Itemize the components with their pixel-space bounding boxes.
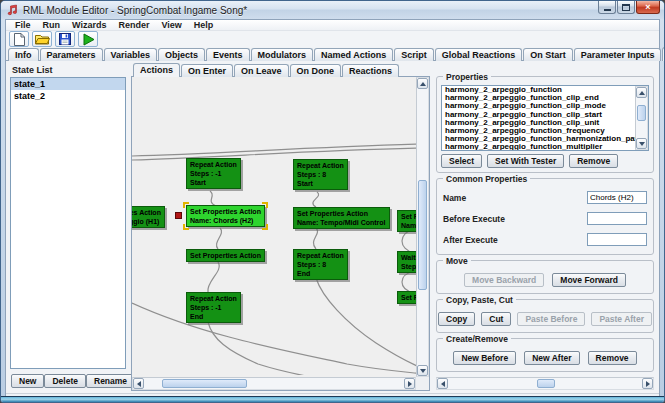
menu-bar: FileRunWizardsRenderViewHelp	[6, 20, 659, 31]
open-folder-icon	[35, 33, 50, 45]
name-label: Name	[443, 193, 466, 203]
repeat-action-block[interactable]: Repeat ActionSteps : 8Start	[293, 159, 348, 190]
clipboard-group: Copy, Paste, Cut CopyCutPaste BeforePast…	[436, 299, 654, 333]
vertical-scroll-thumb[interactable]	[418, 180, 427, 290]
paste-after-button[interactable]: Paste After	[591, 312, 652, 326]
name-field[interactable]	[587, 191, 647, 204]
before-execute-field[interactable]	[587, 212, 647, 225]
new-document-button[interactable]	[9, 31, 29, 47]
cut-button[interactable]: Cut	[481, 312, 511, 326]
set-properties-action-block[interactable]: Set Properties Action	[397, 291, 416, 304]
subtab-on-leave[interactable]: On Leave	[234, 64, 289, 77]
scrollbar-corner	[416, 377, 429, 390]
title-bar[interactable]: RML Module Editor - SpringCombat Ingame …	[1, 1, 664, 19]
close-button[interactable]: ×	[636, 1, 660, 14]
tab-script[interactable]: Script	[394, 48, 434, 61]
canvas-horizontal-scrollbar[interactable]	[132, 377, 416, 390]
state-item-state-2[interactable]: state_2	[11, 90, 125, 102]
set-properties-action-block[interactable]: Set Properties ActionName: Chords (H2)	[186, 205, 265, 227]
delete-button[interactable]: Delete	[44, 374, 86, 388]
scroll-right-button[interactable]	[404, 378, 415, 389]
paste-before-button[interactable]: Paste Before	[517, 312, 585, 326]
subtab-actions[interactable]: Actions	[133, 63, 180, 77]
scroll-up-button[interactable]	[636, 87, 647, 98]
properties-list-scrollbar[interactable]	[635, 86, 648, 150]
subtab-reactions[interactable]: Reactions	[342, 64, 399, 77]
app-window: RML Module Editor - SpringCombat Ingame …	[0, 0, 665, 403]
after-execute-field[interactable]	[587, 233, 647, 246]
tab-variables[interactable]: Variables	[104, 48, 158, 61]
repeat-action-block[interactable]: Repeat ActionSteps : 8End	[293, 249, 348, 280]
drag-handle[interactable]	[175, 212, 182, 219]
canvas-vertical-scrollbar[interactable]	[416, 77, 429, 377]
app-icon music-notes-icon	[7, 4, 18, 16]
tab-events[interactable]: Events	[206, 48, 250, 61]
select-button[interactable]: Select	[441, 154, 482, 168]
minimize-button[interactable]	[598, 1, 616, 14]
remove-button[interactable]: Remove	[569, 154, 618, 168]
subtab-on-enter[interactable]: On Enter	[181, 64, 233, 77]
scroll-left-button[interactable]	[133, 378, 144, 389]
property-item-harmony-2-arpeggio-function-multiplier[interactable]: harmony_2_arpeggio_function_multiplier	[442, 143, 635, 151]
tab-objects[interactable]: Objects	[158, 48, 205, 61]
rename-button[interactable]: Rename	[86, 374, 135, 388]
new-before-button[interactable]: New Before	[453, 351, 516, 365]
move-backward-button[interactable]: Move Backward	[464, 273, 544, 287]
move-buttons: Move BackwardMove Forward	[441, 273, 649, 287]
horizontal-scroll-thumb[interactable]	[537, 379, 555, 388]
window-bottom-border	[1, 396, 664, 402]
properties-list[interactable]: harmony_2_arpeggio_functionharmony_2_arp…	[441, 85, 649, 151]
common-properties-group: Common Properties Name Before Execute Af…	[436, 178, 654, 255]
repeat-action-block[interactable]: Repeat ActionSteps : -1End	[186, 292, 241, 323]
repeat-action-block[interactable]: Repeat ActionSteps : -1Start	[186, 158, 241, 189]
run-button[interactable]	[78, 31, 98, 47]
copy-button[interactable]: Copy	[438, 312, 475, 326]
scroll-right-button[interactable]	[642, 378, 653, 389]
move-forward-button[interactable]: Move Forward	[552, 273, 626, 287]
scroll-up-button[interactable]	[417, 78, 428, 89]
menu-help[interactable]: Help	[188, 20, 220, 30]
subtab-on-done[interactable]: On Done	[290, 64, 342, 77]
tab-info[interactable]: Info	[8, 48, 39, 61]
properties-group: Properties harmony_2_arpeggio_functionha…	[436, 76, 654, 173]
set-properties-action-block[interactable]: Set Properties Action	[186, 249, 265, 262]
set-properties-action-block[interactable]: Set Properties ActionName: Arpeggio (H1)	[132, 206, 165, 228]
set-properties-action-block[interactable]: Set Properties ActionName: Arpeggio	[397, 210, 416, 232]
vertical-scroll-thumb[interactable]	[637, 105, 646, 121]
tab-global-reactions[interactable]: Global Reactions	[435, 48, 523, 61]
selection-corner-icon	[262, 224, 268, 230]
action-canvas[interactable]: Set Properties ActionName: Arpeggio (H1)…	[132, 77, 416, 377]
main-tab-bar: InfoParametersVariablesObjectsEventsModu…	[6, 47, 659, 61]
state-list[interactable]: state_1state_2	[10, 77, 126, 369]
set-with-tester-button[interactable]: Set With Tester	[487, 154, 564, 168]
arrow-left-icon	[441, 381, 445, 387]
tab-parameters[interactable]: Parameters	[40, 48, 103, 61]
menu-render[interactable]: Render	[112, 20, 155, 30]
after-execute-label: After Execute	[443, 235, 498, 245]
common-properties-label: Common Properties	[443, 174, 530, 184]
scroll-left-button[interactable]	[437, 378, 448, 389]
state-item-state-1[interactable]: state_1	[11, 78, 125, 90]
new-button[interactable]: New	[11, 374, 44, 388]
horizontal-scroll-thumb[interactable]	[162, 379, 247, 388]
menu-file[interactable]: File	[9, 20, 37, 30]
menu-view[interactable]: View	[155, 20, 187, 30]
wait-action-block[interactable]: Wait ActionSteps : 6	[397, 251, 416, 273]
new-after-button[interactable]: New After	[524, 351, 579, 365]
remove-button[interactable]: Remove	[588, 351, 637, 365]
scroll-down-button[interactable]	[417, 365, 428, 376]
tab-on-start[interactable]: On Start	[523, 48, 573, 61]
tab-modulators[interactable]: Modulators	[251, 48, 314, 61]
open-folder-button[interactable]	[32, 31, 52, 47]
maximize-button[interactable]	[617, 1, 635, 14]
clipboard-buttons: CopyCutPaste BeforePaste After	[441, 312, 649, 326]
tab-parameter-inputs[interactable]: Parameter Inputs	[574, 48, 662, 61]
menu-run[interactable]: Run	[37, 20, 67, 30]
save-button[interactable]	[55, 31, 75, 47]
set-properties-action-block[interactable]: Set Properties ActionName: Tempo/Midi Co…	[293, 207, 390, 229]
tool-bar	[6, 31, 659, 47]
menu-wizards[interactable]: Wizards	[66, 20, 112, 30]
properties-horizontal-scrollbar[interactable]	[436, 377, 654, 390]
tab-named-actions[interactable]: Named Actions	[314, 48, 393, 61]
scroll-down-button[interactable]	[636, 138, 647, 149]
